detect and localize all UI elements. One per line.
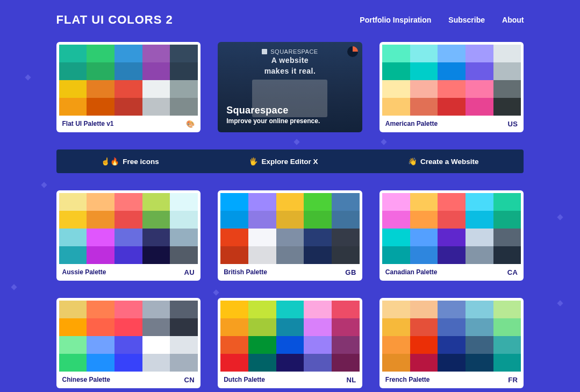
color-swatch <box>114 318 142 336</box>
promo-bar: ☝️🔥Free icons🖐️Explore Editor X👋Create a… <box>56 149 524 173</box>
color-swatch <box>466 354 493 372</box>
color-swatch <box>59 354 87 372</box>
color-swatch <box>170 62 198 80</box>
color-swatch <box>304 336 332 354</box>
color-swatch <box>170 229 198 246</box>
color-swatch <box>382 336 410 354</box>
color-swatch <box>114 98 142 116</box>
color-swatch <box>410 80 438 98</box>
nav-about[interactable]: About <box>502 16 524 24</box>
color-swatch <box>438 45 466 62</box>
color-swatch <box>304 301 332 318</box>
palette-code: GB <box>345 268 356 276</box>
palette-card[interactable]: Chinese PaletteCN <box>56 298 201 388</box>
color-swatch <box>248 246 276 264</box>
color-swatch <box>276 354 304 372</box>
promo-link[interactable]: 👋Create a Website <box>408 157 479 166</box>
promo-label: Explore Editor X <box>261 158 318 166</box>
color-swatch <box>382 80 410 98</box>
color-swatch <box>59 80 87 98</box>
color-swatch <box>59 62 87 80</box>
nav-subscribe[interactable]: Subscribe <box>448 16 485 24</box>
squarespace-icon <box>262 49 267 54</box>
color-swatch <box>276 211 304 229</box>
color-swatch <box>276 301 304 318</box>
palette-card[interactable]: French PaletteFR <box>379 298 524 388</box>
palette-swatches <box>220 301 360 372</box>
color-swatch <box>410 336 438 354</box>
color-swatch <box>382 62 410 80</box>
site-logo[interactable]: FLAT UI COLORS 2 <box>56 13 173 27</box>
color-swatch <box>382 246 410 264</box>
color-swatch <box>59 229 87 246</box>
nav-portfolio[interactable]: Portfolio Inspiration <box>360 16 431 24</box>
color-swatch <box>438 246 466 264</box>
color-swatch <box>170 211 198 229</box>
color-swatch <box>142 301 170 318</box>
nav: Portfolio Inspiration Subscribe About <box>360 16 524 24</box>
color-swatch <box>114 229 142 246</box>
color-swatch <box>248 211 276 229</box>
color-swatch <box>493 45 521 62</box>
palette-card[interactable]: Dutch PaletteNL <box>218 298 362 388</box>
color-swatch <box>304 193 332 211</box>
palette-card[interactable]: Canadian PaletteCA <box>379 190 524 281</box>
promo-link[interactable]: 🖐️Explore Editor X <box>249 157 318 166</box>
header: FLAT UI COLORS 2 Portfolio Inspiration S… <box>56 13 524 27</box>
color-swatch <box>142 211 170 229</box>
palette-footer: Aussie PaletteAU <box>59 264 198 278</box>
color-swatch <box>410 193 438 211</box>
color-swatch <box>87 301 114 318</box>
color-swatch <box>438 354 466 372</box>
color-swatch <box>466 318 493 336</box>
color-swatch <box>493 193 521 211</box>
color-swatch <box>170 45 198 62</box>
color-swatch <box>438 318 466 336</box>
color-swatch <box>382 229 410 246</box>
color-swatch <box>466 246 493 264</box>
color-swatch <box>304 354 332 372</box>
palette-footer: Dutch PaletteNL <box>220 372 360 386</box>
palette-footer: Flat UI Palette v1🎨 <box>59 116 198 130</box>
color-swatch <box>493 246 521 264</box>
color-swatch <box>438 336 466 354</box>
color-swatch <box>382 301 410 318</box>
sponsored-ad[interactable]: SQUARESPACEA websitemakes it real.Square… <box>218 42 362 132</box>
palette-code: FR <box>508 376 518 384</box>
color-swatch <box>493 336 521 354</box>
color-swatch <box>114 80 142 98</box>
color-swatch <box>332 354 360 372</box>
palette-card[interactable]: Flat UI Palette v1🎨 <box>56 42 201 132</box>
color-swatch <box>114 301 142 318</box>
color-swatch <box>114 45 142 62</box>
color-swatch <box>87 62 114 80</box>
color-swatch <box>410 318 438 336</box>
color-swatch <box>332 211 360 229</box>
color-swatch <box>170 193 198 211</box>
color-swatch <box>332 193 360 211</box>
color-swatch <box>304 318 332 336</box>
palette-card[interactable]: British PaletteGB <box>218 190 362 281</box>
promo-link[interactable]: ☝️🔥Free icons <box>101 157 159 166</box>
color-swatch <box>276 193 304 211</box>
color-swatch <box>87 246 114 264</box>
palette-swatches <box>382 301 521 372</box>
color-swatch <box>114 354 142 372</box>
color-swatch <box>142 45 170 62</box>
carbon-badge-icon <box>347 46 358 57</box>
color-swatch <box>142 80 170 98</box>
palette-card[interactable]: American PaletteUS <box>379 42 524 132</box>
color-swatch <box>493 354 521 372</box>
color-swatch <box>332 318 360 336</box>
color-swatch <box>382 45 410 62</box>
color-swatch <box>382 193 410 211</box>
color-swatch <box>438 301 466 318</box>
palette-card[interactable]: Aussie PaletteAU <box>56 190 201 281</box>
color-swatch <box>248 193 276 211</box>
color-swatch <box>87 336 114 354</box>
color-swatch <box>87 193 114 211</box>
ad-tagline-1: A website <box>271 56 309 66</box>
color-swatch <box>466 336 493 354</box>
palette-code: NL <box>346 376 356 384</box>
color-swatch <box>410 45 438 62</box>
